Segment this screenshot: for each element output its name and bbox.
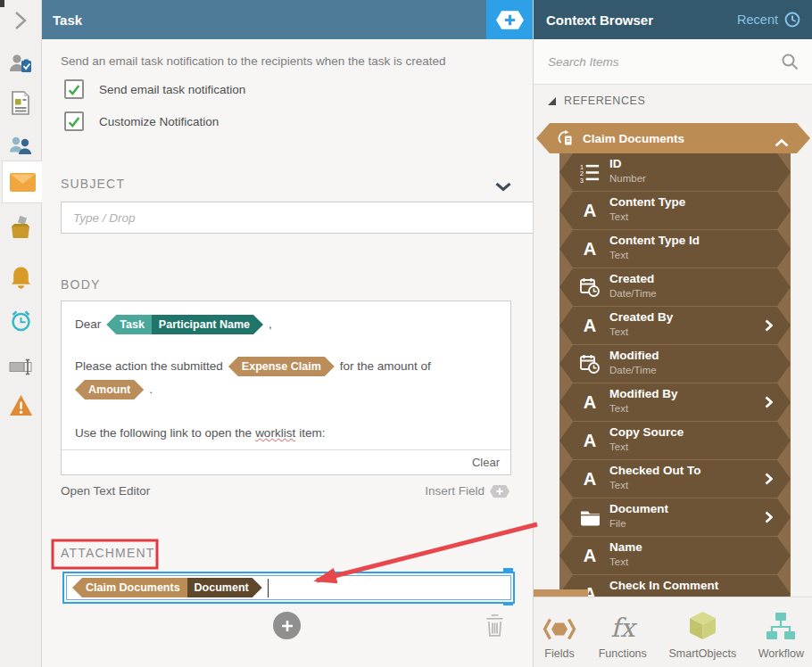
checkmark-icon	[68, 84, 80, 95]
context-browser-panel: Context Browser Recent Search Items REFE…	[533, 0, 812, 667]
delete-attachment-button[interactable]	[485, 613, 505, 641]
left-toolbar	[0, 0, 42, 667]
context-item-name[interactable]: A Name Text	[559, 537, 791, 574]
attachment-section-label: ATTACHMENT	[61, 546, 155, 560]
horizontal-scrollbar-thumb[interactable]	[534, 589, 588, 597]
context-item-id[interactable]: 123 ID Number	[559, 153, 791, 191]
send-email-checkbox[interactable]	[64, 79, 84, 99]
expand-panel-button[interactable]	[0, 7, 41, 34]
tag-segment-document: Document	[187, 578, 262, 597]
subject-placeholder: Type / Drop	[73, 211, 136, 225]
attachment-input[interactable]: Claim DocumentsDocument	[62, 572, 515, 604]
chevron-right-icon	[765, 319, 773, 335]
collapse-triangle-icon	[548, 97, 556, 105]
customize-notification-checkbox-label: Customize Notification	[99, 115, 219, 128]
sidebar-item-recipients[interactable]	[0, 48, 41, 78]
add-attachment-button[interactable]	[273, 612, 301, 639]
body-text: for the amount of	[340, 356, 431, 377]
context-item-content-type-id[interactable]: A Content Type Id Text	[559, 230, 791, 268]
claim-documents-group-header[interactable]: Claim Documents	[536, 123, 810, 153]
user-task-icon	[9, 52, 32, 75]
send-email-checkbox-label: Send email task notification	[99, 83, 245, 96]
recent-label: Recent	[737, 12, 778, 27]
subject-collapse-button[interactable]	[495, 179, 511, 195]
context-item-copy-source[interactable]: A Copy Source Text	[559, 422, 791, 459]
amount-field-tag[interactable]: Amount	[75, 380, 144, 399]
chevron-right-icon	[12, 11, 29, 30]
chevron-right-icon	[765, 473, 773, 489]
sidebar-item-rename[interactable]	[0, 351, 41, 382]
tab-smartobjects[interactable]: SmartObjects	[668, 597, 736, 667]
functions-icon: fx	[610, 615, 634, 641]
body-text: .	[149, 379, 153, 400]
smartobjects-icon	[687, 610, 718, 641]
hexagon-plus-icon	[496, 11, 524, 29]
context-item-checked-out-to[interactable]: A Checked Out To Text	[559, 460, 791, 498]
sidebar-item-timer[interactable]	[0, 305, 41, 335]
tab-workflow[interactable]: Workflow	[758, 597, 804, 667]
sidebar-item-reminder[interactable]	[0, 262, 41, 292]
text-icon: A	[578, 192, 601, 229]
body-editor[interactable]: Dear TaskParticipant Name , Please actio…	[61, 301, 511, 475]
text-icon: A	[578, 230, 601, 268]
context-item-modified[interactable]: Modified Date/Time	[559, 345, 791, 383]
clear-button[interactable]: Clear	[472, 456, 500, 469]
sidebar-item-warnings[interactable]	[0, 390, 41, 420]
references-group-toggle[interactable]: REFERENCES	[548, 95, 645, 107]
insert-field-button[interactable]: Insert Field	[425, 484, 510, 498]
sidebar-item-notifications-selected[interactable]	[2, 161, 42, 203]
subject-input[interactable]: Type / Drop	[61, 202, 534, 234]
customize-notification-checkbox[interactable]	[64, 111, 84, 131]
tab-fields[interactable]: Fields	[543, 597, 576, 667]
drop-folder-icon	[9, 216, 32, 240]
checkmark-icon	[68, 116, 80, 128]
context-item-check-in-comment[interactable]: A Check In Comment Text	[559, 575, 791, 597]
context-item-document[interactable]: Document File	[559, 498, 791, 536]
expense-claim-field-tag[interactable]: Expense Claim	[228, 357, 335, 376]
trash-icon	[485, 613, 505, 638]
chevron-right-icon	[765, 396, 773, 412]
body-text: item:	[299, 423, 325, 444]
sidebar-item-form[interactable]	[0, 87, 41, 118]
add-field-header-button[interactable]	[486, 0, 533, 39]
insert-field-label: Insert Field	[425, 484, 485, 498]
form-document-icon	[10, 91, 31, 115]
datetime-icon	[578, 345, 601, 383]
timer-icon	[9, 309, 33, 333]
participants-icon	[8, 135, 33, 156]
group-title: Claim Documents	[583, 132, 684, 145]
chevron-up-icon	[775, 135, 789, 151]
context-item-list: 123 ID Number A Content Type Text A Cont…	[559, 153, 791, 597]
rename-field-icon	[9, 358, 33, 375]
open-text-editor-link[interactable]: Open Text Editor	[61, 484, 150, 498]
text-icon: A	[578, 422, 601, 459]
recent-button[interactable]: Recent	[737, 12, 800, 28]
context-search-bar[interactable]: Search Items	[534, 39, 812, 85]
tab-fields-label: Fields	[544, 647, 574, 660]
tab-functions[interactable]: fx Functions	[599, 597, 647, 667]
folder-icon	[578, 498, 601, 536]
warning-icon	[9, 394, 33, 416]
editor-actions-row: Open Text Editor Insert Field	[61, 484, 510, 498]
fields-icon	[543, 617, 576, 641]
sidebar-item-participants[interactable]	[0, 130, 41, 161]
task-participant-name-field-tag[interactable]: TaskParticipant Name	[106, 315, 263, 334]
context-item-created[interactable]: Created Date/Time	[559, 268, 791, 306]
context-browser-toolbar: Fields fx Functions SmartObjects Workflo…	[534, 597, 812, 667]
context-item-created-by[interactable]: A Created By Text	[559, 307, 791, 344]
claim-documents-document-field-tag[interactable]: Claim DocumentsDocument	[72, 578, 262, 597]
checkbox-row-customize: Customize Notification	[64, 111, 219, 131]
collapsed-panel-edge	[0, 0, 4, 7]
context-item-modified-by[interactable]: A Modified By Text	[559, 383, 791, 421]
tab-smartobjects-label: SmartObjects	[668, 647, 736, 660]
page-title: Task	[53, 12, 82, 28]
text-icon: A	[578, 307, 601, 344]
body-editor-content: Dear TaskParticipant Name , Please actio…	[62, 301, 510, 449]
body-section-label: BODY	[61, 277, 100, 292]
context-item-content-type[interactable]: A Content Type Text	[559, 192, 791, 229]
context-browser-header: Context Browser Recent	[534, 0, 812, 39]
svg-text:3: 3	[580, 177, 584, 183]
task-description: Send an email task notification to the r…	[61, 54, 507, 68]
subject-section-label: SUBJECT	[61, 177, 125, 191]
sidebar-item-drop[interactable]	[0, 212, 41, 243]
